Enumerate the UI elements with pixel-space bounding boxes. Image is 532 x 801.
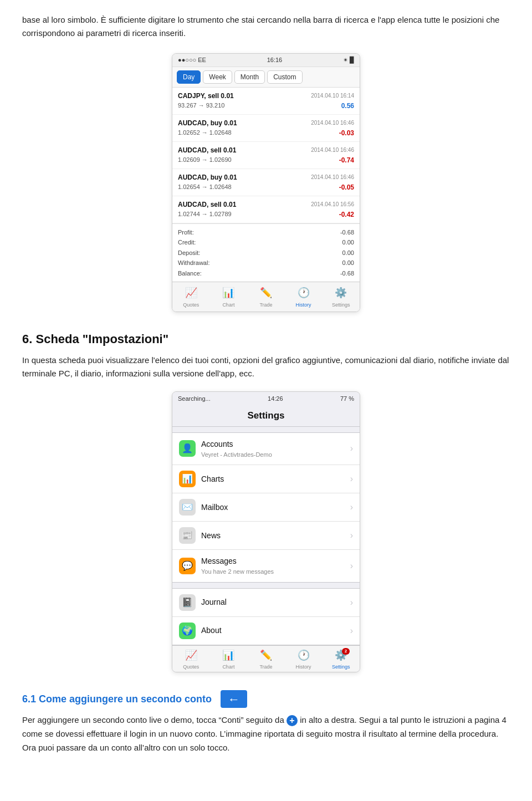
charts-icon: 📊 (179, 471, 196, 487)
nav-label: Quotes (183, 302, 199, 309)
trade-list: CADJPY, sell 0.01 2014.04.10 16:14 93.26… (172, 88, 360, 223)
news-content: News (201, 530, 345, 542)
trade-value: 0.56 (341, 101, 354, 111)
charts-content: Charts (201, 473, 345, 485)
section-61-body: Per aggiungere un secondo conto live o d… (22, 713, 510, 754)
summary-label: Profit: (178, 228, 194, 237)
section-6-body: In questa scheda puoi visualizzare l'ele… (22, 354, 510, 380)
settings-row-charts[interactable]: 📊 Charts › (172, 465, 360, 493)
chevron-icon: › (350, 472, 353, 486)
accounts-title: Accounts (201, 438, 345, 450)
intro-text: base al loro simbolo. È sufficiente digi… (22, 13, 510, 40)
signal-text: ●●○○○ EE (178, 55, 206, 65)
summary-value: -0.68 (340, 228, 354, 237)
summary-label: Balance: (178, 269, 202, 278)
chevron-icon: › (350, 596, 353, 609)
settings-title: Settings (172, 405, 360, 427)
nav-trade[interactable]: ✏️ Trade (247, 285, 285, 309)
settings-battery: 77 % (340, 394, 354, 404)
nav-label: Trade (259, 302, 272, 309)
trade-date: 2014.04.10 16:46 (311, 146, 354, 154)
news-title: News (201, 530, 345, 542)
summary-row: Profit: -0.68 (178, 227, 354, 238)
nav-chart[interactable]: 📊 Chart (210, 285, 248, 309)
quotes-icon: 📈 (185, 648, 197, 663)
snav-label: History (296, 664, 311, 671)
bottom-nav-1: 📈 Quotes 📊 Chart ✏️ Trade 🕐 History ⚙️ S… (172, 282, 360, 312)
section-number: 6. (22, 332, 32, 346)
trade-item: AUDCAD, sell 0.01 2014.04.10 16:56 1.027… (172, 196, 360, 223)
chevron-icon: › (350, 559, 353, 573)
mailbox-content: Mailbox (201, 502, 345, 513)
settings-row-about[interactable]: 🌍 About › (172, 617, 360, 645)
nav-quotes[interactable]: 📈 Quotes (172, 285, 210, 309)
settings-row-journal[interactable]: 📓 Journal › (172, 589, 360, 617)
settings-row-mailbox[interactable]: ✉️ Mailbox › (172, 493, 360, 522)
settings-row-messages[interactable]: 💬 Messages You have 2 new messages › (172, 550, 360, 582)
tab-week[interactable]: Week (203, 70, 232, 84)
trade-date: 2014.04.10 16:14 (311, 91, 354, 100)
summary-row: Withdrawal: 0.00 (178, 258, 354, 268)
settings-row-news[interactable]: 📰 News › (172, 522, 360, 550)
tab-month[interactable]: Month (234, 70, 265, 84)
tab-day[interactable]: Day (177, 70, 201, 84)
snav-label: Settings (332, 664, 350, 671)
chart-icon: 📊 (222, 285, 234, 300)
snav-history[interactable]: 🕐 History (285, 648, 323, 671)
quotes-icon: 📈 (185, 285, 197, 300)
settings-badge: 2 (342, 648, 350, 655)
trade-item: AUDCAD, buy 0.01 2014.04.10 16:46 1.0265… (172, 115, 360, 142)
plus-icon: + (287, 715, 298, 726)
battery-text: ✴ ▉ (343, 55, 354, 65)
settings-group-2: 📓 Journal › 🌍 About › (172, 588, 360, 645)
trade-name: AUDCAD, sell 0.01 (178, 145, 236, 155)
time-text: 16:16 (267, 55, 283, 65)
trade-price: 1.02652 → 1.02648 (178, 128, 232, 137)
summary-value: 0.00 (342, 238, 354, 247)
phone-mockup-2: Searching... 14:26 77 % Settings 👤 Accou… (172, 391, 360, 673)
snav-label: Chart (222, 664, 234, 671)
snav-quotes[interactable]: 📈 Quotes (172, 648, 210, 671)
about-icon: 🌍 (179, 623, 196, 639)
journal-title: Journal (201, 596, 345, 608)
status-bar-1: ●●○○○ EE 16:16 ✴ ▉ (172, 54, 360, 67)
mailbox-icon: ✉️ (179, 499, 196, 516)
summary-label: Withdrawal: (178, 258, 209, 268)
nav-label: Settings (332, 302, 350, 309)
snav-settings[interactable]: 2 ⚙️ Settings (322, 648, 360, 671)
accounts-content: Accounts Veyret - Activtrades-Demo (201, 438, 345, 460)
nav-settings[interactable]: ⚙️ Settings (322, 285, 360, 309)
settings-status-bar: Searching... 14:26 77 % (172, 392, 360, 406)
section-61-title: 6.1 Come aggiungere un secondo conto (22, 692, 212, 707)
news-icon: 📰 (179, 527, 196, 544)
chevron-icon: › (350, 501, 353, 514)
messages-icon: 💬 (179, 558, 196, 574)
tab-bar: Day Week Month Custom (172, 67, 360, 88)
snav-chart[interactable]: 📊 Chart (210, 648, 248, 671)
trade-icon: ✏️ (260, 648, 272, 663)
summary-row: Deposit: 0.00 (178, 248, 354, 258)
summary-section: Profit: -0.68 Credit: 0.00 Deposit: 0.00… (172, 223, 360, 282)
trade-name: AUDCAD, sell 0.01 (178, 200, 236, 210)
chevron-icon: › (350, 529, 353, 542)
summary-label: Deposit: (178, 248, 200, 258)
trade-price: 1.02654 → 1.02648 (178, 182, 232, 192)
searching-text: Searching... (178, 394, 211, 404)
trade-item: AUDCAD, buy 0.01 2014.04.10 16:46 1.0265… (172, 169, 360, 196)
trade-date: 2014.04.10 16:46 (311, 119, 354, 127)
messages-content: Messages You have 2 new messages (201, 555, 345, 576)
trade-value: -0.05 (339, 182, 354, 192)
chevron-icon: › (350, 624, 353, 637)
chevron-icon: › (350, 442, 353, 455)
nav-label: History (296, 302, 311, 309)
settings-row-accounts[interactable]: 👤 Accounts Veyret - Activtrades-Demo › (172, 433, 360, 466)
history-icon: 🕐 (298, 648, 310, 663)
trade-price: 1.02744 → 1.02789 (178, 210, 232, 219)
nav-history[interactable]: 🕐 History (285, 285, 323, 309)
chart-icon: 📊 (222, 648, 234, 663)
settings-bottom-nav: 📈 Quotes 📊 Chart ✏️ Trade 🕐 History 2 ⚙️… (172, 645, 360, 672)
tab-custom[interactable]: Custom (267, 70, 302, 84)
messages-subtitle: You have 2 new messages (201, 567, 345, 576)
section-title: Scheda "Impostazioni" (35, 332, 168, 346)
snav-trade[interactable]: ✏️ Trade (247, 648, 285, 671)
